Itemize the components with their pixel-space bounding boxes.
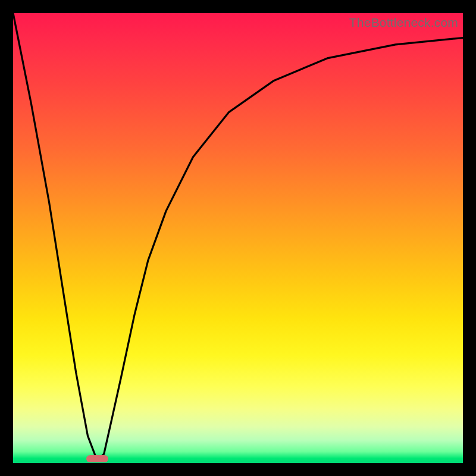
optimum-marker bbox=[86, 455, 108, 462]
chart-frame: TheBottleneck.com bbox=[0, 0, 476, 476]
plot-area: TheBottleneck.com bbox=[13, 13, 463, 463]
bottleneck-curve bbox=[13, 13, 463, 463]
